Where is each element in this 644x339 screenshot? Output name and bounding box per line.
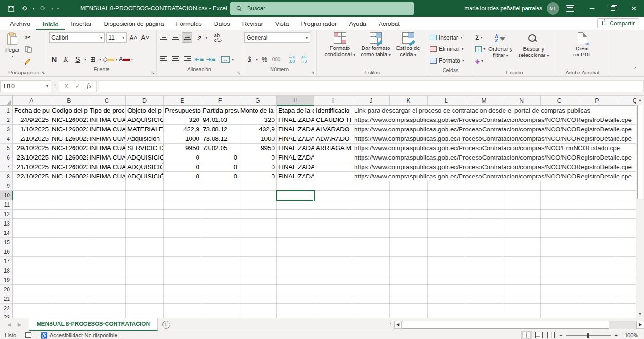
row-header-16[interactable]: 16 [0,247,13,257]
cell-E8[interactable]: 0 [164,172,201,181]
cell-H3[interactable]: FINALIZADA [277,125,314,134]
cell-B23[interactable] [50,313,88,318]
cell-I20[interactable] [314,285,352,294]
cell-K23[interactable] [390,313,428,318]
font-color-dropdown-icon[interactable]: ▾ [131,57,133,62]
cell-C23[interactable] [88,313,126,318]
cell-O13[interactable] [541,219,578,228]
cell-P18[interactable] [578,266,616,275]
cell-O11[interactable] [541,200,578,210]
cell-M21[interactable] [465,294,503,304]
cell-G13[interactable] [239,219,277,228]
cell-M12[interactable] [465,210,503,219]
cell-N18[interactable] [503,266,541,275]
cell-O14[interactable] [541,228,578,238]
redo-dropdown-icon[interactable]: ▾ [50,2,55,15]
cell-O15[interactable] [541,238,578,247]
cell-H22[interactable] [277,304,314,313]
cell-C18[interactable] [88,266,126,275]
cell-A19[interactable] [13,275,50,285]
cell-C1[interactable]: Tipo de proc [88,106,126,115]
cell-J13[interactable] [352,219,390,228]
redo-icon[interactable]: ⟳ [37,2,49,15]
cell-G18[interactable] [239,266,277,275]
cell-B3[interactable]: NIC-1260023 [50,125,88,134]
cell-F23[interactable] [201,313,239,318]
cell-A5[interactable]: 29/10/2025 [13,144,50,153]
customize-qat-icon[interactable]: ▼ [56,2,60,15]
tab-acrobat[interactable]: Acrobat [372,20,406,30]
cell-P10[interactable] [578,191,616,200]
borders-dropdown-icon[interactable]: ▾ [99,57,101,62]
cell-Q13[interactable] [616,219,636,228]
cell-D9[interactable] [126,181,164,191]
cell-G17[interactable] [239,257,277,266]
row-header-15[interactable]: 15 [0,238,13,247]
cell-P12[interactable] [578,210,616,219]
cell-E4[interactable]: 1000 [164,134,201,144]
cell-K18[interactable] [390,266,428,275]
column-header-M[interactable]: M [465,96,503,106]
scroll-left-icon[interactable]: ◀ [394,321,402,329]
cell-J11[interactable] [352,200,390,210]
cell-N10[interactable] [503,191,541,200]
cell-B12[interactable] [50,210,88,219]
tab-datos[interactable]: Datos [208,20,236,30]
underline-icon[interactable]: S [73,54,83,65]
cell-Q10[interactable] [616,191,636,200]
cell-A9[interactable] [13,181,50,191]
autosum-button[interactable]: Σ ▾ [475,32,485,42]
row-header-22[interactable]: 22 [0,304,13,313]
cell-A12[interactable] [13,210,50,219]
cell-L23[interactable] [428,313,465,318]
format-cells-button[interactable]: Formato ▾ [430,55,471,66]
scroll-up-icon[interactable]: ▲ [636,96,644,104]
cell-E16[interactable] [164,247,201,257]
cell-B2[interactable]: NIC-1260023 [50,115,88,125]
cell-C17[interactable] [88,257,126,266]
row-header-13[interactable]: 13 [0,219,13,228]
cell-K10[interactable] [390,191,428,200]
find-select-button[interactable]: Buscar y seleccionar ▾ [516,31,551,60]
cell-K22[interactable] [390,304,428,313]
cell-M9[interactable] [465,181,503,191]
accounting-dropdown-icon[interactable]: ▾ [256,57,258,62]
row-header-17[interactable]: 17 [0,257,13,266]
accessibility-status[interactable]: ♿ Accesibilidad: No disponible [36,332,122,339]
cell-D21[interactable] [126,294,164,304]
cell-O19[interactable] [541,275,578,285]
cell-C8[interactable]: INFIMA CUANTIA [88,172,126,181]
cell-P22[interactable] [578,304,616,313]
scroll-down-icon[interactable]: ▼ [636,309,644,318]
cell-B21[interactable] [50,294,88,304]
cell-B1[interactable]: Codigo del p [50,106,88,115]
cell-C11[interactable] [88,200,126,210]
cell-J17[interactable] [352,257,390,266]
cell-I23[interactable] [314,313,352,318]
cell-O16[interactable] [541,247,578,257]
cell-J20[interactable] [352,285,390,294]
portapapeles-dialog-launcher-icon[interactable]: ⇘ [41,70,45,75]
cell-G14[interactable] [239,228,277,238]
cell-L16[interactable] [428,247,465,257]
cell-B18[interactable] [50,266,88,275]
cell-Q23[interactable] [616,313,636,318]
cell-B4[interactable]: NIC-1260023 [50,134,88,144]
cell-D10[interactable] [126,191,164,200]
vertical-scrollbar-thumb[interactable] [637,105,643,199]
cell-N9[interactable] [503,181,541,191]
cell-I2[interactable]: CLAUDIO TRU [314,115,352,125]
tab-archivo[interactable]: Archivo [4,20,36,30]
borders-icon[interactable]: ⊞ [88,54,98,65]
cell-K21[interactable] [390,294,428,304]
conditional-formatting-button[interactable]: Formato condicional ▾ [322,31,357,59]
tab-programador[interactable]: Programador [295,20,343,30]
cell-O20[interactable] [541,285,578,294]
cell-N20[interactable] [503,285,541,294]
cell-M22[interactable] [465,304,503,313]
cell-I7[interactable] [314,162,352,172]
cell-I9[interactable] [314,181,352,191]
selected-cell-H10[interactable] [276,190,315,201]
cell-H13[interactable] [277,219,314,228]
cell-L21[interactable] [428,294,465,304]
